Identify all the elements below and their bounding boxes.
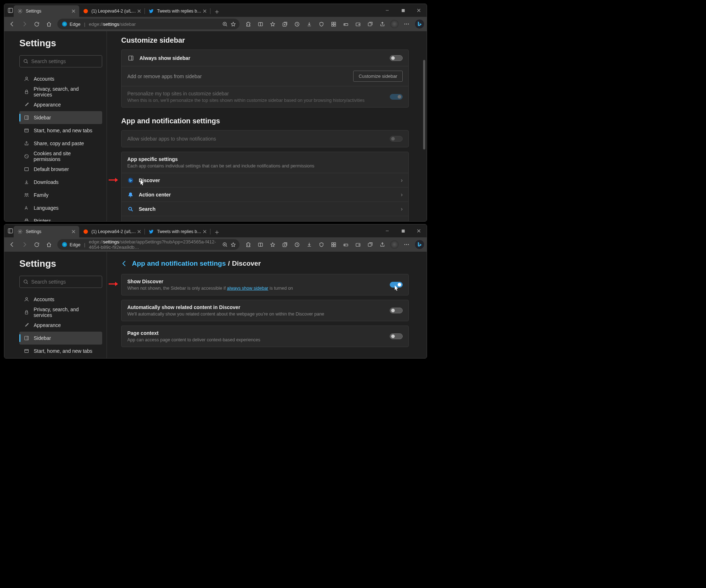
home-button[interactable] (43, 239, 55, 250)
auto-related-toggle[interactable] (390, 308, 403, 313)
close-icon[interactable] (71, 229, 76, 234)
tab-reddit[interactable]: (1) Leopeva64-2 (u/Leopeva64-2 (79, 5, 145, 17)
maximize-button[interactable] (395, 224, 411, 237)
close-window-button[interactable] (411, 4, 427, 17)
breadcrumb-link[interactable]: App and notification settings (132, 260, 226, 267)
new-tab-button[interactable] (212, 7, 222, 17)
tab-settings[interactable]: Settings (14, 226, 79, 237)
apps-icon[interactable] (328, 18, 339, 30)
more-icon[interactable] (401, 18, 412, 30)
tab-settings[interactable]: Settings (14, 5, 79, 17)
sidebar-item-accounts[interactable]: Accounts (19, 293, 102, 306)
sidebar-item-languages[interactable]: Languages (19, 201, 102, 214)
refresh-button[interactable] (31, 239, 42, 250)
sidebar-item-printers[interactable]: Printers (19, 214, 102, 221)
apps-icon[interactable] (328, 239, 339, 250)
minimize-button[interactable] (379, 4, 395, 17)
search-input[interactable] (31, 58, 98, 64)
app-row-search[interactable]: Search › (122, 202, 408, 216)
zoom-icon[interactable] (222, 22, 228, 27)
tabs-other-icon[interactable] (364, 18, 376, 30)
scrollbar[interactable] (423, 60, 426, 218)
close-icon[interactable] (202, 229, 208, 234)
sidebar-item-family[interactable]: Family (19, 189, 102, 201)
back-button[interactable] (6, 239, 18, 250)
favorite-icon[interactable] (231, 242, 236, 247)
new-tab-button[interactable] (212, 227, 222, 237)
sidebar-item-share[interactable]: Share, copy and paste (19, 137, 102, 150)
split-screen-icon[interactable] (255, 18, 266, 30)
search-settings[interactable] (19, 55, 102, 67)
sidebar-item-downloads[interactable]: Downloads (19, 176, 102, 189)
sidebar-item-appearance[interactable]: Appearance (19, 98, 102, 111)
sidebar-item-start[interactable]: Start, home, and new tabs (19, 124, 102, 137)
close-icon[interactable] (136, 8, 142, 14)
tab-actions-button[interactable] (7, 4, 14, 17)
tab-reddit[interactable]: (1) Leopeva64-2 (u/Leopeva64-2 (79, 226, 145, 237)
more-icon[interactable] (401, 239, 412, 250)
always-show-sidebar-link[interactable]: always show sidebar (227, 286, 268, 291)
favorites-icon[interactable] (267, 18, 278, 30)
close-icon[interactable] (136, 229, 142, 234)
sidebar-item-start[interactable]: Start, home, and new tabs (19, 345, 102, 357)
forward-button[interactable] (19, 18, 30, 30)
sidebar-item-sidebar[interactable]: Sidebar (19, 332, 102, 345)
extensions-icon[interactable] (242, 239, 254, 250)
close-window-button[interactable] (411, 224, 427, 237)
shield-icon[interactable] (316, 18, 327, 30)
close-icon[interactable] (202, 8, 208, 14)
performance-icon[interactable] (340, 18, 351, 30)
bing-sidebar-button[interactable] (414, 19, 425, 29)
close-icon[interactable] (71, 8, 76, 14)
address-bar[interactable]: Edge | edge://settings/sidebar/appSettin… (57, 239, 240, 250)
sidebar-item-privacy[interactable]: Privacy, search, and services (19, 85, 102, 98)
collections-icon[interactable] (279, 18, 290, 30)
address-bar[interactable]: Edge | edge://settings/sidebar (57, 19, 240, 29)
wallet-icon[interactable] (352, 18, 364, 30)
profile-avatar[interactable] (389, 239, 400, 250)
search-settings[interactable] (19, 276, 102, 288)
sidebar-item-privacy[interactable]: Privacy, search, and services (19, 306, 102, 319)
sidebar-item-cookies[interactable]: Cookies and site permissions (19, 150, 102, 163)
downloads-icon[interactable] (303, 18, 315, 30)
split-screen-icon[interactable] (255, 239, 266, 250)
tab-twitter[interactable]: Tweets with replies by Leopeva6 (145, 226, 210, 237)
tabs-other-icon[interactable] (364, 239, 376, 250)
sidebar-item-sidebar[interactable]: Sidebar (19, 111, 102, 124)
page-context-toggle[interactable] (390, 333, 403, 339)
extensions-icon[interactable] (242, 18, 254, 30)
always-show-sidebar-toggle[interactable] (390, 55, 403, 61)
downloads-icon[interactable] (303, 239, 315, 250)
show-discover-toggle[interactable] (390, 282, 403, 288)
history-icon[interactable] (291, 18, 303, 30)
sidebar-item-share[interactable]: Share, copy and paste (19, 357, 102, 358)
home-button[interactable] (43, 18, 55, 30)
favorite-icon[interactable] (231, 22, 236, 27)
sidebar-item-appearance[interactable]: Appearance (19, 319, 102, 332)
profile-avatar[interactable] (389, 18, 400, 30)
back-arrow-icon[interactable] (121, 260, 128, 267)
favorites-icon[interactable] (267, 239, 278, 250)
shield-icon[interactable] (316, 239, 327, 250)
share-icon[interactable] (376, 18, 388, 30)
app-row-tools[interactable]: Tools › (122, 216, 408, 221)
minimize-button[interactable] (379, 224, 395, 237)
refresh-button[interactable] (31, 18, 42, 30)
performance-icon[interactable] (340, 239, 351, 250)
customize-sidebar-button[interactable]: Customize sidebar (353, 71, 403, 82)
share-icon[interactable] (376, 239, 388, 250)
back-button[interactable] (6, 18, 18, 30)
sidebar-item-accounts[interactable]: Accounts (19, 72, 102, 85)
collections-icon[interactable] (279, 239, 290, 250)
app-row-discover[interactable]: Discover › (122, 173, 408, 188)
wallet-icon[interactable] (352, 239, 364, 250)
zoom-icon[interactable] (222, 242, 228, 247)
maximize-button[interactable] (395, 4, 411, 17)
app-row-action-center[interactable]: Action center › (122, 188, 408, 202)
search-input[interactable] (31, 279, 98, 285)
sidebar-item-default[interactable]: Default browser (19, 163, 102, 176)
tab-twitter[interactable]: Tweets with replies by Leopeva6 (145, 5, 210, 17)
forward-button[interactable] (19, 239, 30, 250)
tab-actions-button[interactable] (7, 224, 14, 237)
history-icon[interactable] (291, 239, 303, 250)
